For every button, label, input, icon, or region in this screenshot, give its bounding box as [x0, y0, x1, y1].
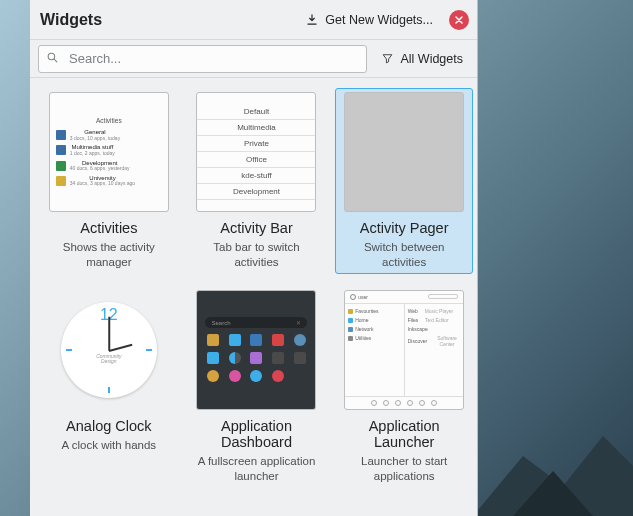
- filter-icon: [381, 52, 394, 65]
- widget-grid: Activities General3 docs, 10 apps, today…: [40, 88, 473, 488]
- panel-title: Widgets: [40, 11, 297, 29]
- header: Widgets Get New Widgets...: [30, 0, 477, 40]
- widget-item-application-dashboard[interactable]: Search✕: [188, 286, 326, 488]
- widget-title: Application Launcher: [339, 418, 469, 450]
- widget-item-application-launcher[interactable]: user Favourites Home Network Utilities W…: [335, 286, 473, 488]
- widget-desc: Launcher to start applications: [339, 454, 469, 484]
- widget-item-analog-clock[interactable]: 12 CommunityDesign Analog Clock A clock …: [40, 286, 178, 488]
- widget-explorer-panel: Widgets Get New Widgets... All Widgets: [30, 0, 478, 516]
- widget-desc: Shows the activity manager: [44, 240, 174, 270]
- widget-item-activities[interactable]: Activities General3 docs, 10 apps, today…: [40, 88, 178, 274]
- widget-thumbnail: Default Multimedia Private Office kde-st…: [196, 92, 316, 212]
- widget-thumbnail: Activities General3 docs, 10 apps, today…: [49, 92, 169, 212]
- close-button[interactable]: [449, 10, 469, 30]
- widget-desc: Tab bar to switch activities: [192, 240, 322, 270]
- get-new-widgets-label: Get New Widgets...: [325, 13, 433, 27]
- svg-point-2: [48, 53, 55, 60]
- widget-item-activity-bar[interactable]: Default Multimedia Private Office kde-st…: [188, 88, 326, 274]
- search-icon: [46, 51, 59, 67]
- widget-title: Analog Clock: [66, 418, 151, 434]
- close-icon: [454, 15, 464, 25]
- widget-title: Activity Bar: [220, 220, 293, 236]
- widget-thumbnail: 12 CommunityDesign: [49, 290, 169, 410]
- filter-label: All Widgets: [400, 52, 463, 66]
- wallpaper-mountain: [473, 416, 633, 516]
- filter-button[interactable]: All Widgets: [375, 48, 469, 70]
- widget-thumbnail: user Favourites Home Network Utilities W…: [344, 290, 464, 410]
- widget-title: Activities: [80, 220, 137, 236]
- widget-desc: A clock with hands: [58, 438, 161, 453]
- widget-grid-scroll[interactable]: Activities General3 docs, 10 apps, today…: [30, 78, 477, 516]
- widget-thumbnail: Search✕: [196, 290, 316, 410]
- widget-desc: Switch between activities: [339, 240, 469, 270]
- widget-thumbnail: [344, 92, 464, 212]
- widget-title: Application Dashboard: [192, 418, 322, 450]
- widget-item-activity-pager[interactable]: Activity Pager Switch between activities: [335, 88, 473, 274]
- search-input[interactable]: [38, 45, 367, 73]
- widget-desc: A fullscreen application launcher: [192, 454, 322, 484]
- widget-title: Activity Pager: [360, 220, 449, 236]
- toolbar: All Widgets: [30, 40, 477, 78]
- get-new-widgets-button[interactable]: Get New Widgets...: [297, 9, 441, 31]
- download-icon: [305, 13, 319, 27]
